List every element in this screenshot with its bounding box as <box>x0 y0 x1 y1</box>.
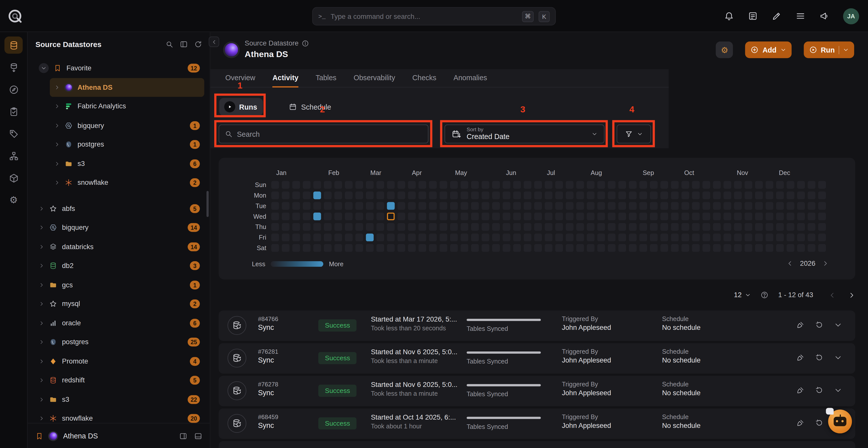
chevron-right-icon[interactable] <box>39 263 44 268</box>
heatmap-cell[interactable] <box>450 181 458 189</box>
settings-gear-icon[interactable]: ⚙ <box>4 192 23 209</box>
heatmap-cell[interactable] <box>660 233 668 241</box>
rerun-rotate-icon[interactable] <box>815 354 823 361</box>
heatmap-cell[interactable] <box>355 233 363 241</box>
heatmap-cell[interactable] <box>471 192 479 199</box>
heatmap-cell[interactable] <box>387 192 395 199</box>
heatmap-cell[interactable] <box>587 233 595 241</box>
heatmap-cell[interactable] <box>776 202 784 210</box>
lineage-icon[interactable] <box>4 147 23 164</box>
heatmap-cell[interactable] <box>566 233 574 241</box>
heatmap-cell[interactable] <box>292 213 300 220</box>
heatmap-cell[interactable] <box>818 223 826 231</box>
heatmap-cell[interactable] <box>681 192 689 199</box>
heatmap-cell[interactable] <box>271 181 279 189</box>
heatmap-cell[interactable] <box>587 223 595 231</box>
heatmap-cell[interactable] <box>282 181 290 189</box>
sidebar-item-snowflake-fav[interactable]: snowflake 2 <box>50 173 204 192</box>
chevron-right-icon[interactable] <box>39 320 44 326</box>
heatmap-cell[interactable] <box>534 202 542 210</box>
heatmap-cell[interactable] <box>681 213 689 220</box>
heatmap-cell[interactable] <box>797 202 805 210</box>
heatmap-cell[interactable] <box>503 202 510 210</box>
heatmap-cell[interactable] <box>576 202 584 210</box>
heatmap-cell[interactable] <box>587 202 595 210</box>
heatmap-cell[interactable] <box>345 233 353 241</box>
heatmap-cell[interactable] <box>439 192 447 199</box>
heatmap-cell[interactable] <box>471 233 479 241</box>
heatmap-cell[interactable] <box>471 213 479 220</box>
heatmap-cell[interactable] <box>334 192 342 199</box>
chevron-right-icon[interactable] <box>39 340 44 345</box>
heatmap-cell[interactable] <box>408 202 416 210</box>
heatmap-cell[interactable] <box>650 233 658 241</box>
heatmap-cell[interactable] <box>503 181 510 189</box>
page-size-select[interactable]: 12 <box>734 291 751 299</box>
sidebar-item-bigquery-fav[interactable]: bigquery 1 <box>50 116 204 135</box>
heatmap-cell[interactable] <box>418 213 426 220</box>
sidebar-item-abfs[interactable]: abfs 5 <box>34 199 204 218</box>
run-row[interactable]: #76281 Sync Success Started at Nov 6 202… <box>219 343 856 374</box>
heatmap-cell[interactable] <box>597 213 605 220</box>
heatmap-cell[interactable] <box>786 244 794 252</box>
heatmap-cell[interactable] <box>597 233 605 241</box>
heatmap-cell[interactable] <box>766 181 773 189</box>
heatmap-cell[interactable] <box>387 181 395 189</box>
heatmap-cell[interactable] <box>766 202 773 210</box>
heatmap-cell[interactable] <box>503 244 510 252</box>
heatmap-cell[interactable] <box>650 244 658 252</box>
heatmap-cell[interactable] <box>355 223 363 231</box>
heatmap-cell[interactable] <box>355 244 363 252</box>
chevron-right-icon[interactable] <box>54 103 60 109</box>
heatmap-cell[interactable] <box>797 213 805 220</box>
heatmap-cell[interactable] <box>345 213 353 220</box>
changelog-icon[interactable] <box>748 11 758 21</box>
next-page-icon[interactable] <box>848 291 856 299</box>
heatmap-cell[interactable] <box>681 181 689 189</box>
heatmap-cell[interactable] <box>776 223 784 231</box>
chevron-right-icon[interactable] <box>39 358 44 364</box>
heatmap-cell[interactable] <box>597 244 605 252</box>
heatmap-cell[interactable] <box>355 202 363 210</box>
heatmap-cell[interactable] <box>734 192 742 199</box>
pinned-datastore-bar[interactable]: Athena DS <box>28 423 210 448</box>
sidebar-item-promote[interactable]: Promote 4 <box>34 352 204 371</box>
heatmap-cell[interactable] <box>566 223 574 231</box>
heatmap-cell[interactable] <box>671 244 679 252</box>
heatmap-cell[interactable] <box>818 233 826 241</box>
tab-tables[interactable]: Tables <box>316 69 336 88</box>
heatmap-cell[interactable] <box>608 192 616 199</box>
heatmap-cell[interactable] <box>576 181 584 189</box>
tab-anomalies[interactable]: Anomalies <box>454 69 487 88</box>
heatmap-cell[interactable] <box>745 181 752 189</box>
heatmap-cell[interactable] <box>745 244 752 252</box>
heatmap-cell[interactable] <box>282 192 290 199</box>
heatmap-cell[interactable] <box>818 202 826 210</box>
heatmap-cell[interactable] <box>797 223 805 231</box>
heatmap-cell[interactable] <box>713 202 721 210</box>
heatmap-cell[interactable] <box>713 181 721 189</box>
heatmap-cell[interactable] <box>482 244 489 252</box>
heatmap-cell[interactable] <box>703 213 710 220</box>
heatmap-cell[interactable] <box>418 244 426 252</box>
run-row[interactable]: #76278 Sync Success Started at Nov 6 202… <box>219 376 856 406</box>
heatmap-cell[interactable] <box>398 244 405 252</box>
heatmap-cell[interactable] <box>292 192 300 199</box>
heatmap-cell[interactable] <box>629 192 637 199</box>
heatmap-cell[interactable] <box>786 181 794 189</box>
heatmap-cell[interactable] <box>271 244 279 252</box>
heatmap-cell[interactable] <box>461 244 468 252</box>
heatmap-cell[interactable] <box>808 223 815 231</box>
command-input[interactable] <box>331 12 517 20</box>
heatmap-cell[interactable] <box>692 223 700 231</box>
heatmap-cell[interactable] <box>534 223 542 231</box>
heatmap-cell[interactable] <box>597 181 605 189</box>
heatmap-cell[interactable] <box>366 181 374 189</box>
heatmap-cell[interactable] <box>366 213 374 220</box>
dock-bottom-icon[interactable] <box>194 432 202 440</box>
sidebar-item-redshift[interactable]: redshift 5 <box>34 371 204 390</box>
heatmap-cell[interactable] <box>345 192 353 199</box>
rerun-rotate-icon[interactable] <box>815 419 823 427</box>
tab-checks[interactable]: Checks <box>412 69 436 88</box>
heatmap-cell[interactable] <box>524 192 532 199</box>
